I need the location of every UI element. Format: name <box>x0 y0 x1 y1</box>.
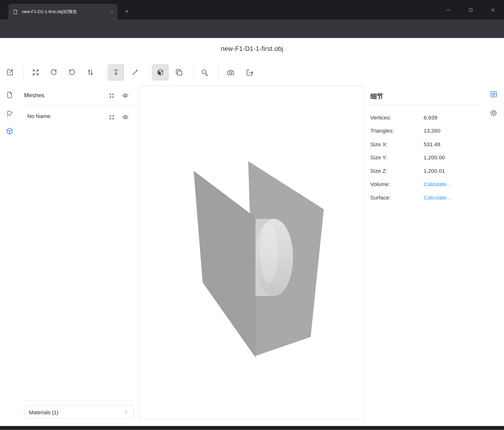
window-close-button[interactable] <box>485 0 500 20</box>
toolbar-separator <box>194 66 194 79</box>
detail-row-volume: Volume: Calculate... <box>370 178 479 191</box>
details-rows: Vertices: 6,939 Triangles: 13,260 Size X… <box>370 111 479 205</box>
file-info-icon[interactable] <box>3 88 16 101</box>
toggle-all-visibility-eye-icon[interactable] <box>120 90 131 101</box>
details-divider <box>370 105 479 105</box>
tab-file-icon <box>13 9 18 15</box>
mesh-list-item[interactable]: No Name <box>24 111 134 123</box>
detail-label: Triangles: <box>370 128 424 134</box>
box-wireframe-icon[interactable] <box>172 65 186 79</box>
detail-value: 531.48 <box>423 141 479 148</box>
model-render <box>140 86 364 419</box>
detail-row-vertices: Vertices: 6,939 <box>370 111 479 124</box>
toolbar-separator <box>23 66 23 79</box>
page-title: new-F1-D1-1-first.obj <box>0 45 504 53</box>
cylinder-highlight <box>260 223 278 282</box>
fit-all-meshes-icon[interactable] <box>107 90 117 101</box>
detail-row-size-x: Size X: 531.48 <box>370 138 479 151</box>
toolbar-separator <box>106 66 106 79</box>
fit-mesh-icon[interactable] <box>107 112 117 122</box>
detail-value: 6,939 <box>423 114 479 121</box>
materials-panel-icon[interactable] <box>3 107 16 120</box>
tab-close-icon[interactable] <box>108 9 115 15</box>
open-file-icon[interactable] <box>3 65 17 79</box>
solid-shading-icon[interactable] <box>152 64 168 80</box>
move-tool-icon[interactable] <box>108 64 124 80</box>
rotate-vertical-icon[interactable] <box>65 65 79 79</box>
browser-tab[interactable]: new-F1-D1-1-first.obj3D预览 <box>8 4 118 20</box>
browser-window: new-F1-D1-1-first.obj3D预览 <box>0 0 504 430</box>
detail-label: Size X: <box>370 141 424 148</box>
rotate-horizontal-icon[interactable] <box>46 65 61 79</box>
details-header: 细节 <box>370 92 383 101</box>
browser-navbar: https://file.kkview.cn/onlinePreview?url… <box>0 20 504 38</box>
detail-value: 1,200.00 <box>423 155 479 161</box>
screenshot-camera-icon[interactable] <box>224 65 238 79</box>
browser-titlebar: new-F1-D1-1-first.obj3D预览 <box>0 0 504 20</box>
settings-gear-icon[interactable] <box>487 107 500 120</box>
detail-label: Surface: <box>370 195 424 201</box>
materials-button-label: Materials (1) <box>29 409 58 415</box>
tab-title: new-F1-D1-1-first.obj3D预览 <box>22 4 106 20</box>
panel-divider <box>24 401 134 401</box>
detail-label: Size Y: <box>370 155 424 161</box>
calculate-surface-link[interactable]: Calculate... <box>423 195 479 201</box>
model-tree-icon[interactable] <box>3 125 16 138</box>
viewport-3d-canvas[interactable] <box>139 85 364 419</box>
detail-value: 13,260 <box>423 128 479 134</box>
materials-button[interactable]: Materials (1) <box>24 406 133 419</box>
detail-value: 1,200.01 <box>423 168 479 174</box>
fit-view-icon[interactable] <box>29 65 43 79</box>
mesh-visibility-eye-icon[interactable] <box>120 112 131 122</box>
detail-row-surface: Surface: Calculate... <box>370 191 479 205</box>
detail-row-triangles: Triangles: 13,260 <box>370 124 479 138</box>
window-bottom-edge <box>0 426 504 430</box>
plane-left <box>194 171 256 358</box>
meshes-header: Meshes <box>24 92 44 99</box>
detail-label: Vertices: <box>370 114 424 121</box>
toolbar-separator <box>150 66 151 79</box>
toolbar-separator <box>218 66 218 79</box>
details-list-icon[interactable] <box>487 88 500 101</box>
export-model-icon[interactable] <box>243 65 257 79</box>
line-measure-icon[interactable] <box>128 65 142 79</box>
new-tab-button[interactable] <box>122 7 131 16</box>
mesh-item-name: No Name <box>27 113 50 120</box>
detail-label: Volume: <box>370 181 424 188</box>
detail-label: Size Z: <box>370 168 424 174</box>
calculate-volume-link[interactable]: Calculate... <box>423 181 479 188</box>
panel-divider <box>24 105 134 105</box>
window-maximize-button[interactable] <box>463 0 478 20</box>
window-minimize-button[interactable] <box>441 0 456 20</box>
measure-magnifier-icon[interactable] <box>198 65 212 79</box>
detail-row-size-z: Size Z: 1,200.01 <box>370 164 479 178</box>
flip-up-down-icon[interactable] <box>83 65 97 79</box>
chevron-right-icon <box>123 410 129 415</box>
detail-row-size-y: Size Y: 1,200.00 <box>370 151 479 164</box>
